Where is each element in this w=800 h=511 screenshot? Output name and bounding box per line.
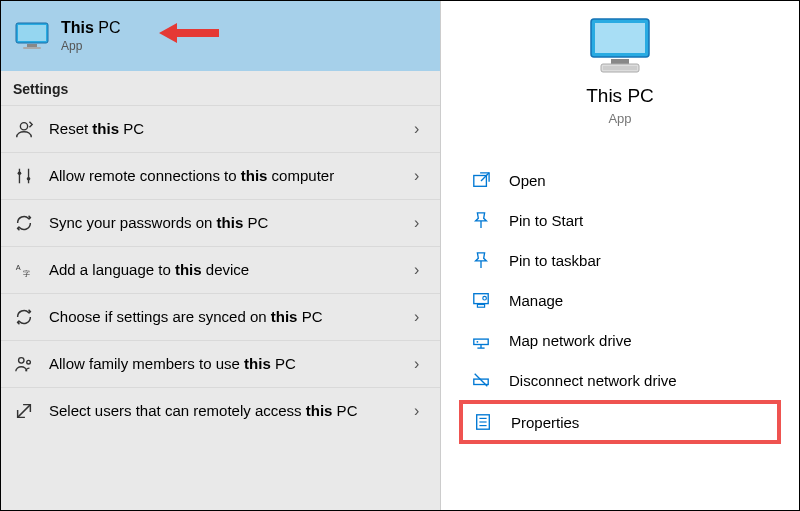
chevron-right-icon: › — [414, 308, 428, 326]
setting-sync-passwords[interactable]: Sync your passwords on this PC › — [1, 199, 440, 246]
action-open[interactable]: Open — [465, 160, 775, 200]
setting-label: Sync your passwords on this PC — [49, 213, 414, 233]
setting-add-language[interactable]: A字 Add a language to this device › — [1, 246, 440, 293]
settings-header: Settings — [1, 71, 440, 105]
setting-remote-connections[interactable]: Allow remote connections to this compute… — [1, 152, 440, 199]
reset-icon — [13, 118, 35, 140]
actions-list: Open Pin to Start Pin to taskbar Manage — [441, 160, 799, 444]
svg-line-14 — [18, 405, 31, 418]
sliders-icon — [13, 165, 35, 187]
svg-text:A: A — [16, 263, 21, 272]
setting-label: Allow remote connections to this compute… — [49, 166, 414, 186]
pin-icon — [471, 250, 491, 270]
remote-access-icon — [13, 400, 35, 422]
svg-rect-1 — [18, 25, 46, 41]
best-match-title: This PC — [61, 19, 121, 37]
chevron-right-icon: › — [414, 167, 428, 185]
manage-icon — [471, 290, 491, 310]
svg-rect-17 — [611, 59, 629, 64]
chevron-right-icon: › — [414, 355, 428, 373]
svg-line-22 — [481, 173, 489, 181]
svg-marker-4 — [159, 23, 219, 43]
setting-label: Choose if settings are synced on this PC — [49, 307, 414, 327]
svg-rect-16 — [595, 23, 645, 53]
disconnect-drive-icon — [471, 370, 491, 390]
svg-rect-28 — [474, 339, 488, 344]
svg-point-5 — [20, 123, 27, 130]
svg-point-9 — [27, 177, 31, 181]
svg-rect-3 — [23, 47, 41, 49]
setting-label: Add a language to this device — [49, 260, 414, 280]
open-icon — [471, 170, 491, 190]
this-pc-large-icon — [587, 17, 653, 75]
properties-icon — [473, 412, 493, 432]
setting-label: Allow family members to use this PC — [49, 354, 414, 374]
best-match-subtitle: App — [61, 39, 121, 53]
svg-rect-26 — [477, 305, 484, 308]
chevron-right-icon: › — [414, 402, 428, 420]
language-icon: A字 — [13, 259, 35, 281]
svg-point-29 — [477, 341, 479, 343]
action-label: Properties — [511, 414, 579, 431]
setting-label: Reset this PC — [49, 119, 414, 139]
action-map-drive[interactable]: Map network drive — [465, 320, 775, 360]
sync-icon — [13, 212, 35, 234]
svg-point-12 — [19, 358, 24, 363]
svg-point-13 — [27, 360, 31, 364]
svg-rect-18 — [601, 64, 639, 72]
search-results-pane: This PC App Settings Reset this PC › All… — [1, 1, 441, 510]
pin-icon — [471, 210, 491, 230]
action-label: Map network drive — [509, 332, 632, 349]
action-label: Disconnect network drive — [509, 372, 677, 389]
setting-sync-settings[interactable]: Choose if settings are synced on this PC… — [1, 293, 440, 340]
red-arrow-annotation — [159, 23, 219, 43]
setting-family-members[interactable]: Allow family members to use this PC › — [1, 340, 440, 387]
family-icon — [13, 353, 35, 375]
details-subtitle: App — [586, 111, 654, 126]
action-manage[interactable]: Manage — [465, 280, 775, 320]
details-title: This PC — [586, 85, 654, 107]
svg-point-27 — [483, 296, 487, 300]
svg-text:字: 字 — [23, 269, 30, 278]
action-properties[interactable]: Properties — [459, 400, 781, 444]
best-match-this-pc[interactable]: This PC App — [1, 1, 440, 71]
action-disconnect-drive[interactable]: Disconnect network drive — [465, 360, 775, 400]
chevron-right-icon: › — [414, 261, 428, 279]
setting-label: Select users that can remotely access th… — [49, 401, 414, 421]
setting-reset-pc[interactable]: Reset this PC › — [1, 105, 440, 152]
details-pane: This PC App Open Pin to Start Pin to tas… — [441, 1, 799, 510]
action-pin-taskbar[interactable]: Pin to taskbar — [465, 240, 775, 280]
action-label: Pin to Start — [509, 212, 583, 229]
svg-rect-2 — [27, 44, 37, 47]
setting-remote-users[interactable]: Select users that can remotely access th… — [1, 387, 440, 434]
action-label: Manage — [509, 292, 563, 309]
chevron-right-icon: › — [414, 214, 428, 232]
sync-icon — [13, 306, 35, 328]
action-label: Open — [509, 172, 546, 189]
svg-point-7 — [18, 171, 22, 175]
details-header: This PC App — [586, 17, 654, 126]
network-drive-icon — [471, 330, 491, 350]
this-pc-icon — [15, 22, 49, 50]
action-label: Pin to taskbar — [509, 252, 601, 269]
chevron-right-icon: › — [414, 120, 428, 138]
action-pin-start[interactable]: Pin to Start — [465, 200, 775, 240]
